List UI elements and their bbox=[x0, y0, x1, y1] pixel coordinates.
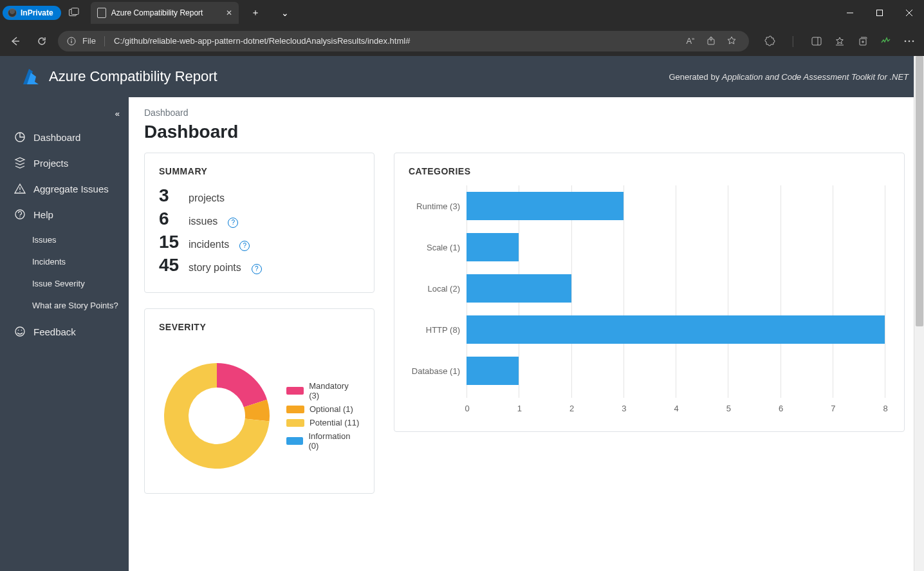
legend-label: Optional (1) bbox=[310, 404, 353, 414]
sidebar-item-aggregate-issues[interactable]: Aggregate Issues bbox=[0, 176, 129, 201]
nav-back-button[interactable] bbox=[4, 30, 26, 52]
summary-row: 45story points? bbox=[159, 255, 360, 276]
help-tooltip-icon[interactable]: ? bbox=[239, 241, 250, 251]
sub-item-issues[interactable]: Issues bbox=[0, 229, 129, 250]
sidebar-item-feedback[interactable]: Feedback bbox=[0, 319, 129, 344]
bar-label: Database (1) bbox=[409, 366, 464, 376]
bar-row: Local (2) bbox=[467, 273, 885, 304]
inprivate-badge: InPrivate bbox=[3, 6, 61, 20]
legend-item[interactable]: Mandatory (3) bbox=[286, 381, 360, 400]
sidebar-item-projects[interactable]: Projects bbox=[0, 150, 129, 176]
browser-chrome: InPrivate Azure Compatibility Report ✕ ＋… bbox=[0, 0, 924, 56]
sidebar-item-label: Aggregate Issues bbox=[33, 183, 109, 194]
x-tick-label: 5 bbox=[726, 404, 731, 413]
sidebar: « Dashboard Projects Aggregate Issues He… bbox=[0, 97, 129, 571]
grid-line: 8 bbox=[885, 185, 885, 398]
browser-tab[interactable]: Azure Compatibility Report ✕ bbox=[91, 2, 239, 24]
perf-icon[interactable] bbox=[875, 30, 897, 52]
avatar-icon bbox=[8, 8, 17, 17]
legend-item[interactable]: Optional (1) bbox=[286, 404, 360, 414]
breadcrumb[interactable]: Dashboard bbox=[144, 108, 905, 118]
bar-fill[interactable] bbox=[467, 233, 519, 261]
bar-label: Local (2) bbox=[409, 284, 464, 294]
extensions-icon[interactable] bbox=[759, 30, 781, 52]
sub-item-issue-severity[interactable]: Issue Severity bbox=[0, 272, 129, 294]
ext-divider: │ bbox=[782, 30, 804, 52]
nav-refresh-button[interactable] bbox=[31, 30, 53, 52]
summary-number: 45 bbox=[159, 255, 182, 276]
sub-item-incidents[interactable]: Incidents bbox=[0, 250, 129, 272]
share-icon[interactable] bbox=[703, 36, 719, 46]
window-minimize-button[interactable] bbox=[835, 1, 865, 24]
bar-fill[interactable] bbox=[467, 274, 571, 303]
summary-number: 3 bbox=[159, 185, 182, 206]
summary-label: projects bbox=[189, 192, 225, 204]
legend-swatch bbox=[286, 437, 303, 445]
bar-fill[interactable] bbox=[467, 192, 624, 220]
x-tick-label: 0 bbox=[465, 404, 469, 413]
address-bar[interactable]: File │ C:/github/reliable-web-app-patter… bbox=[58, 31, 749, 51]
legend-label: Potential (11) bbox=[310, 418, 359, 427]
addr-path: C:/github/reliable-web-app-pattern-dotne… bbox=[114, 36, 410, 46]
sidebar-item-dashboard[interactable]: Dashboard bbox=[0, 124, 129, 150]
collections-icon[interactable] bbox=[852, 30, 874, 52]
severity-legend: Mandatory (3)Optional (1)Potential (11)I… bbox=[286, 381, 360, 451]
svg-point-17 bbox=[905, 40, 907, 42]
bar-fill[interactable] bbox=[467, 315, 885, 344]
window-maximize-button[interactable] bbox=[865, 1, 894, 24]
info-icon bbox=[67, 37, 76, 46]
x-tick-label: 4 bbox=[674, 404, 678, 413]
sidebar-pane-icon[interactable] bbox=[806, 30, 827, 52]
categories-bar-chart: 012345678Runtime (3)Scale (1)Local (2)HT… bbox=[409, 185, 885, 417]
bar-label: HTTP (8) bbox=[409, 325, 464, 335]
help-tooltip-icon[interactable]: ? bbox=[228, 218, 238, 228]
sidebar-item-help[interactable]: Help bbox=[0, 201, 129, 227]
warning-icon bbox=[14, 183, 26, 194]
tabs-menu-button[interactable]: ⌄ bbox=[272, 0, 298, 26]
window-close-button[interactable] bbox=[894, 1, 924, 24]
new-tab-button[interactable]: ＋ bbox=[243, 0, 268, 26]
vertical-scrollbar[interactable] bbox=[914, 56, 924, 571]
summary-card: SUMMARY 3projects6issues?15incidents?45s… bbox=[144, 153, 374, 293]
favorite-icon[interactable] bbox=[723, 36, 740, 46]
svg-rect-3 bbox=[877, 10, 883, 16]
severity-card: SEVERITY Mandatory (3)Optional (1)Potent… bbox=[144, 308, 374, 494]
svg-point-25 bbox=[15, 327, 24, 336]
x-tick-label: 8 bbox=[883, 404, 887, 413]
x-tick-label: 2 bbox=[569, 404, 574, 413]
favorites-bar-icon[interactable] bbox=[829, 30, 851, 52]
summary-row: 6issues? bbox=[159, 209, 360, 229]
sub-item-story-points[interactable]: What are Story Points? bbox=[0, 294, 129, 316]
x-tick-label: 3 bbox=[622, 404, 626, 413]
azure-logo-icon bbox=[22, 68, 41, 86]
legend-item[interactable]: Information (0) bbox=[286, 431, 360, 451]
x-tick-label: 1 bbox=[517, 404, 522, 413]
close-tab-button[interactable]: ✕ bbox=[226, 8, 232, 17]
projects-icon bbox=[14, 158, 26, 168]
severity-donut-chart bbox=[159, 358, 275, 474]
bar-fill[interactable] bbox=[467, 357, 519, 385]
summary-number: 15 bbox=[159, 232, 182, 252]
legend-swatch bbox=[286, 419, 304, 427]
donut-slice[interactable] bbox=[217, 363, 267, 407]
tab-actions-button[interactable] bbox=[61, 0, 87, 26]
collapse-sidebar-button[interactable]: « bbox=[115, 109, 120, 118]
scrollbar-thumb[interactable] bbox=[916, 56, 923, 326]
addr-separator: │ bbox=[102, 36, 107, 46]
sidebar-item-label: Feedback bbox=[33, 326, 76, 337]
legend-label: Information (0) bbox=[308, 431, 360, 451]
bar-row: Database (1) bbox=[467, 355, 885, 386]
tab-title: Azure Compatibility Report bbox=[111, 8, 203, 17]
bar-row: Runtime (3) bbox=[467, 191, 885, 221]
legend-item[interactable]: Potential (11) bbox=[286, 418, 360, 427]
x-tick-label: 6 bbox=[779, 404, 783, 413]
bar-label: Scale (1) bbox=[409, 243, 464, 252]
legend-swatch bbox=[286, 387, 304, 395]
feedback-icon bbox=[14, 326, 26, 337]
generated-by-text: Generated by Application and Code Assess… bbox=[669, 72, 909, 82]
more-menu-button[interactable] bbox=[898, 30, 920, 52]
help-tooltip-icon[interactable]: ? bbox=[252, 264, 262, 274]
sidebar-item-label: Help bbox=[33, 209, 53, 220]
read-aloud-icon[interactable]: A» bbox=[682, 36, 699, 46]
svg-point-8 bbox=[71, 39, 72, 40]
